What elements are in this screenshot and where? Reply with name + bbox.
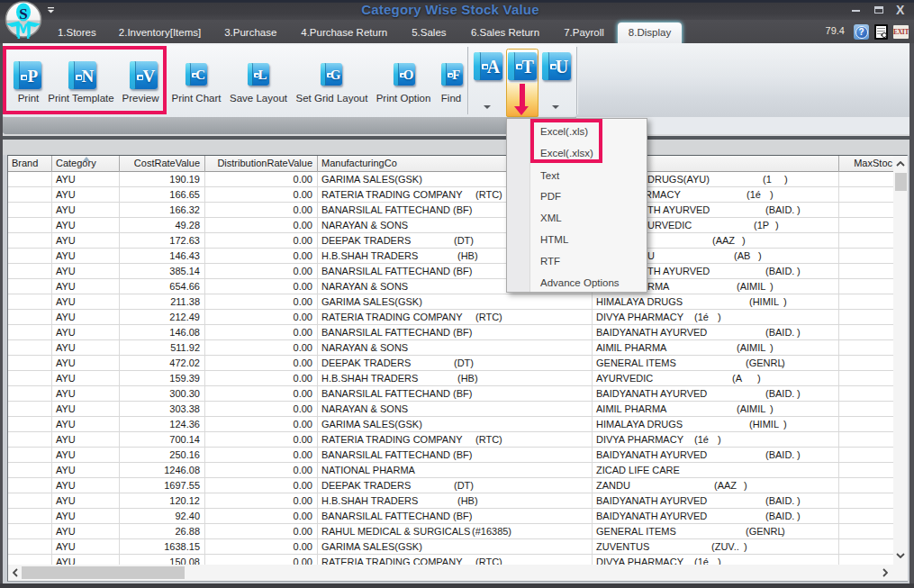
svg-text:S: S <box>19 5 27 23</box>
